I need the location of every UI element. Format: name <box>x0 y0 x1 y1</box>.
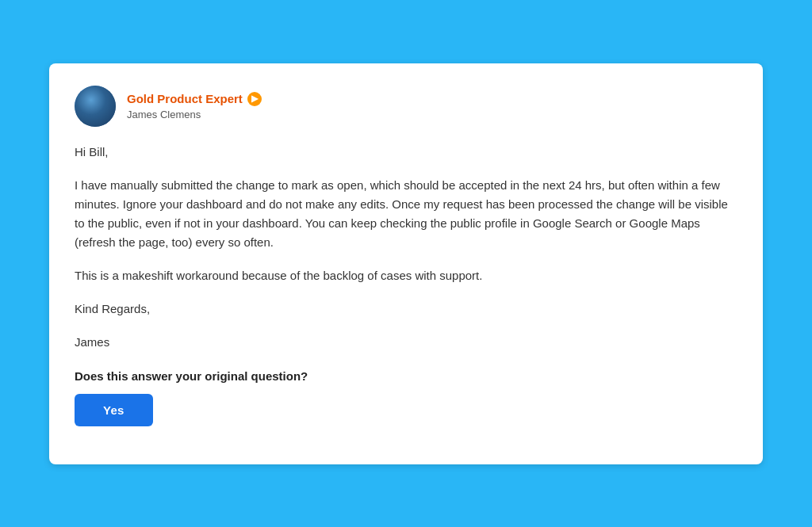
greeting-paragraph: Hi Bill, <box>75 143 737 162</box>
question-text: Does this answer your original question? <box>75 369 737 383</box>
question-section: Does this answer your original question?… <box>75 369 737 426</box>
regards-paragraph: Kind Regards, <box>75 300 737 319</box>
signature-paragraph: James <box>75 333 737 352</box>
message-body: Hi Bill, I have manually submitted the c… <box>75 143 737 352</box>
workaround-paragraph: This is a makeshift workaround because o… <box>75 266 737 285</box>
author-title-row: Gold Product Expert ▶ <box>127 92 262 106</box>
main-paragraph: I have manually submitted the change to … <box>75 176 737 252</box>
author-name: James Clemens <box>127 109 262 120</box>
badge-icon: ▶ <box>247 92 262 106</box>
author-row: Gold Product Expert ▶ James Clemens <box>75 86 737 127</box>
author-info: Gold Product Expert ▶ James Clemens <box>127 92 262 120</box>
avatar <box>75 86 116 127</box>
yes-button[interactable]: Yes <box>75 394 153 426</box>
author-title: Gold Product Expert <box>127 92 243 105</box>
message-card: Gold Product Expert ▶ James Clemens Hi B… <box>49 63 763 464</box>
